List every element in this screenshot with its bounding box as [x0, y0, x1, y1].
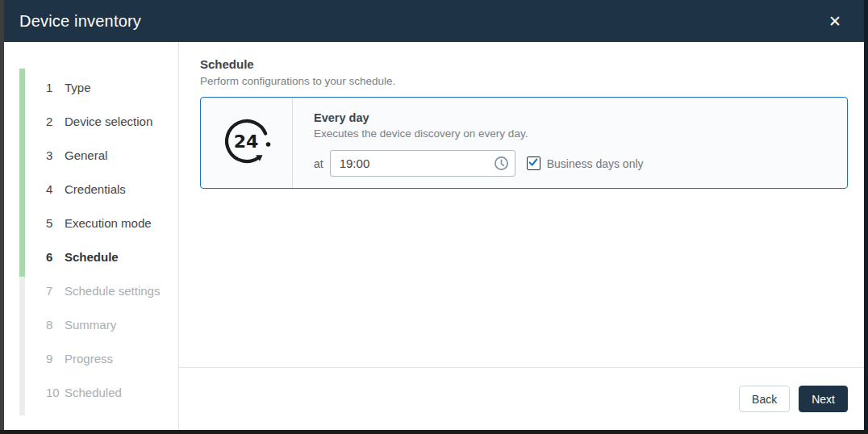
close-icon[interactable]: ✕ — [825, 12, 845, 31]
checkmark-icon — [528, 156, 539, 171]
step-progress-bar — [19, 69, 25, 415]
step-summary[interactable]: 8 Summary — [46, 307, 172, 341]
step-label: Progress — [65, 352, 113, 365]
business-days-checkbox[interactable] — [527, 156, 540, 170]
wizard-steps-sidebar: 1 Type 2 Device selection 3 General 4 Cr… — [4, 42, 179, 430]
card-description: Executes the device discovery on every d… — [314, 127, 644, 140]
step-label: General — [65, 148, 107, 162]
step-label: Credentials — [65, 182, 126, 196]
step-execution-mode[interactable]: 5 Execution mode — [46, 206, 172, 240]
time-input[interactable] — [330, 150, 515, 177]
clock-icon[interactable] — [494, 156, 509, 174]
step-device-selection[interactable]: 2 Device selection — [46, 104, 172, 138]
24-hours-icon: 24 — [221, 115, 273, 170]
dialog-header: Device inventory ✕ — [4, 0, 864, 42]
page-title: Schedule — [200, 57, 848, 71]
step-progress-fill — [19, 69, 25, 277]
step-label: Summary — [65, 318, 116, 332]
every-day-schedule-card[interactable]: 24 Every day Executes the device discove… — [200, 97, 848, 189]
step-type[interactable]: 1 Type — [46, 70, 172, 104]
card-title: Every day — [314, 111, 644, 124]
step-label: Schedule settings — [65, 284, 160, 298]
page-description: Perform configurations to your schedule. — [200, 75, 848, 87]
back-button[interactable]: Back — [739, 386, 790, 412]
svg-text:24: 24 — [233, 131, 258, 152]
step-scheduled[interactable]: 10 Scheduled — [46, 375, 172, 409]
step-list: 1 Type 2 Device selection 3 General 4 Cr… — [46, 70, 172, 409]
device-inventory-dialog: Device inventory ✕ 1 Type 2 Device selec… — [4, 0, 864, 430]
step-label: Schedule — [65, 250, 119, 264]
dialog-title: Device inventory — [19, 12, 141, 31]
step-label: Type — [65, 81, 91, 94]
step-label: Device selection — [65, 115, 152, 128]
step-label: Execution mode — [65, 216, 152, 230]
schedule-step-content: Schedule Perform configurations to your … — [179, 42, 864, 367]
business-days-label[interactable]: Business days only — [547, 157, 644, 170]
step-schedule[interactable]: 6 Schedule — [46, 240, 172, 273]
next-button[interactable]: Next — [799, 386, 848, 412]
time-at-label: at — [314, 157, 323, 170]
step-label: Scheduled — [65, 386, 122, 399]
card-icon-box: 24 — [201, 98, 293, 188]
step-credentials[interactable]: 4 Credentials — [46, 172, 172, 206]
backdrop-right-strip — [864, 0, 868, 434]
step-general[interactable]: 3 General — [46, 138, 172, 172]
dialog-footer: Back Next — [179, 367, 864, 430]
step-schedule-settings[interactable]: 7 Schedule settings — [46, 273, 172, 307]
backdrop-bottom-strip — [0, 430, 868, 434]
step-progress[interactable]: 9 Progress — [46, 341, 172, 375]
